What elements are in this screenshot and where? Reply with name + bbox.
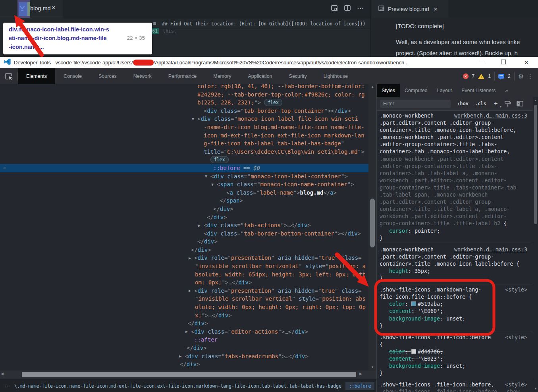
css-line[interactable]: background-image: unset; xyxy=(380,363,533,370)
css-line[interactable]: color: #519aba; xyxy=(380,301,533,308)
elements-panel[interactable]: color: rgb(36, 41, 46); --tab-border-bot… xyxy=(0,84,368,371)
scroll-up-icon[interactable]: ▲ xyxy=(533,98,538,102)
breadcrumb-overflow-icon[interactable]: ⋯ xyxy=(5,383,10,389)
elements-tree-line[interactable]: <a class="label-name">blog.md</a> xyxy=(0,189,368,197)
css-line[interactable]: cursor: pointer; xyxy=(380,228,533,235)
devtools-tab-console[interactable]: Console xyxy=(55,68,90,84)
elements-tree-line[interactable]: om: 0px;">…</div> xyxy=(0,278,368,287)
css-line[interactable]: } xyxy=(380,370,533,377)
scroll-left-icon[interactable]: ◀ xyxy=(1,372,4,376)
css-line[interactable]: content: '\E060'; xyxy=(380,308,533,315)
css-line[interactable]: } xyxy=(380,235,533,242)
elements-tree-line[interactable]: ▶<div role="presentation" aria-hidden="t… xyxy=(0,254,368,262)
inspect-element-icon[interactable] xyxy=(0,73,17,80)
css-line[interactable]: .part.editor>.content .editor-group- xyxy=(380,253,533,261)
elements-tree-line[interactable]: ▶<div class="tabs-breadcrumbs">…</div> xyxy=(0,352,368,361)
css-line[interactable]: .monaco-workbench .part.editor>.content xyxy=(380,134,533,141)
css-line[interactable]: group-container>.title .tabs-container>.… xyxy=(380,184,533,191)
styles-tab-styles[interactable]: Styles xyxy=(377,84,400,97)
css-line[interactable]: workbench .part.editor>.content .editor- xyxy=(380,213,533,220)
scroll-down-icon[interactable]: ▼ xyxy=(533,387,538,390)
elements-tree-selected-line[interactable]: ⋯::before == $0 xyxy=(0,164,368,172)
css-line[interactable]: } xyxy=(380,275,533,282)
elements-tree-line[interactable]: <div class="tab-border-top-container"></… xyxy=(0,107,368,115)
close-icon[interactable]: × xyxy=(52,4,55,12)
scrollbar-thumb[interactable] xyxy=(22,372,356,377)
elements-tree-line[interactable]: ▶<div class="editor-actions">…</div> xyxy=(0,328,368,336)
elements-tree-line[interactable]: "invisible scrollbar vertical" style="po… xyxy=(0,295,368,303)
elements-tree-line[interactable]: </div> xyxy=(0,344,368,352)
tab-preview-blog-md[interactable]: Preview blog.md × xyxy=(372,0,448,18)
css-line[interactable]: .editor-group-container>.title .tabs- xyxy=(380,163,533,170)
css-line[interactable]: container>.tab .monaco-icon-label:before… xyxy=(380,148,533,155)
scrollbar-thumb[interactable] xyxy=(370,199,375,247)
styles-tab-event-listeners[interactable]: Event Listeners xyxy=(457,84,500,97)
styles-scrollbar[interactable]: ▲ ▼ xyxy=(533,97,538,392)
elements-tree-line[interactable]: ::after xyxy=(0,336,368,344)
elements-tree-line[interactable]: </div> xyxy=(0,238,368,246)
css-line[interactable]: file-icon.file-icon::before { xyxy=(380,294,533,301)
style-tag-source[interactable]: <style> xyxy=(505,286,527,294)
style-tag-source[interactable]: <style> xyxy=(505,334,527,341)
rendering-emulation-icon[interactable] xyxy=(505,101,511,107)
elements-tree-line[interactable]: ▼<span class="monaco-icon-name-container… xyxy=(0,180,368,189)
scroll-up-icon[interactable]: ▲ xyxy=(368,85,376,89)
elements-tree-line[interactable]: title="C:\Users\dcdee\CC\Blog\win-seti\b… xyxy=(0,148,368,156)
breadcrumb-pseudo-selected[interactable]: ::before xyxy=(345,382,374,390)
elements-tree-line[interactable]: ▶<div role="presentation" aria-hidden="t… xyxy=(0,287,368,295)
elements-tree-line[interactable]: </div> xyxy=(0,319,368,328)
elements-tree-line[interactable]: b(225, 228, 232);">flex xyxy=(0,98,368,107)
devtools-tab-security[interactable]: Security xyxy=(281,68,315,84)
devtools-tab-lighthouse[interactable]: Lighthouse xyxy=(315,68,356,84)
css-line[interactable]: .part.editor>.content .editor-group- xyxy=(380,199,533,206)
css-line[interactable]: workbench .part.editor>.content .editor- xyxy=(380,177,533,184)
css-line[interactable]: workbench.d….main.css:3.monaco-workbench xyxy=(380,246,533,253)
elements-tree-line[interactable]: </div> xyxy=(0,213,368,222)
css-line[interactable]: .part.editor>.content .editor-group- xyxy=(380,120,533,127)
devtools-tab-performance[interactable]: Performance xyxy=(160,68,205,84)
css-line[interactable]: container>.title .monaco-icon-label:befo… xyxy=(380,261,533,268)
css-line[interactable]: container>.title .monaco-icon-label:befo… xyxy=(380,127,533,134)
scrollbar-thumb[interactable] xyxy=(534,105,537,224)
elements-tree-line[interactable]: #24292e; --tab-border-top-color:#f9826c;… xyxy=(0,91,368,99)
css-line[interactable]: { xyxy=(380,341,533,348)
devtools-tab-network[interactable]: Network xyxy=(125,68,160,84)
elements-tree-line[interactable]: color: rgb(36, 41, 46); --tab-border-bot… xyxy=(0,84,368,91)
css-line[interactable]: group-container>.title .title-label h2 { xyxy=(380,220,533,227)
css-line[interactable]: <style>.show-file-icons .file-icon::befo… xyxy=(380,334,533,341)
devtools-titlebar[interactable]: Developer Tools - vscode-file://vscode-a… xyxy=(0,57,538,68)
css-line[interactable]: <style>.show-file-icons .markdown-lang- xyxy=(380,286,533,294)
close-icon[interactable]: × xyxy=(434,6,438,12)
devtools-tab-application[interactable]: Application xyxy=(239,68,280,84)
css-line[interactable]: container>.tab .tab-label a, .monaco- xyxy=(380,170,533,177)
css-line[interactable]: .show-file-icons .folder-icon::before, .… xyxy=(380,388,533,392)
style-tag-source[interactable]: <style> xyxy=(505,381,527,388)
elements-tree-line[interactable]: ▼<div class="monaco-icon-label file-icon… xyxy=(0,115,368,123)
css-line[interactable]: container>.title .title-label a, .monaco… xyxy=(380,206,533,213)
computed-sidebar-icon[interactable] xyxy=(517,101,523,106)
css-line[interactable]: .editor-group-container>.title .tabs- xyxy=(380,141,533,148)
stylesheet-source-link[interactable]: workbench.d….main.css:3 xyxy=(454,112,527,120)
elements-tree-line[interactable]: "invisible scrollbar horizontal" style="… xyxy=(0,262,368,270)
new-style-rule-button[interactable]: +▾ xyxy=(493,100,499,108)
warning-icon[interactable]: ! xyxy=(478,74,484,79)
styles-tab-computed[interactable]: Computed xyxy=(400,84,432,97)
css-line[interactable]: background-image: unset; xyxy=(380,315,533,322)
css-line[interactable]: workbench.d….main.css:3.monaco-workbench xyxy=(380,112,533,120)
styles-tab-more[interactable]: » xyxy=(500,84,513,97)
css-line[interactable]: height: 35px; xyxy=(380,268,533,275)
elements-tree-line[interactable]: olute; width: 0px; height: 0px; right: 0… xyxy=(0,303,368,311)
toggle-hover-state[interactable]: :hov xyxy=(457,101,469,106)
gear-icon[interactable]: ⚙ xyxy=(518,73,524,80)
toggle-class[interactable]: .cls xyxy=(475,101,486,106)
elements-horizontal-scrollbar[interactable]: ◀ ▶ xyxy=(0,371,376,379)
devtools-tab-elements[interactable]: Elements xyxy=(18,68,55,84)
elements-tree-line[interactable]: </div> xyxy=(0,360,368,369)
elements-tree-line[interactable]: icon md-ext-file-icon ext-file-icon mark… xyxy=(0,131,368,140)
css-line[interactable]: <style>.show-file-icons .file-icon::befo… xyxy=(380,381,533,388)
scroll-right-icon[interactable]: ▶ xyxy=(359,372,362,376)
minimize-button[interactable]: — xyxy=(469,60,492,66)
breadcrumb[interactable]: \.md-name-file-icon.name-file-icon.md-ex… xyxy=(14,383,341,389)
devtools-tab-sources[interactable]: Sources xyxy=(90,68,125,84)
elements-vertical-scrollbar[interactable]: ▲ ▼ xyxy=(368,84,376,371)
